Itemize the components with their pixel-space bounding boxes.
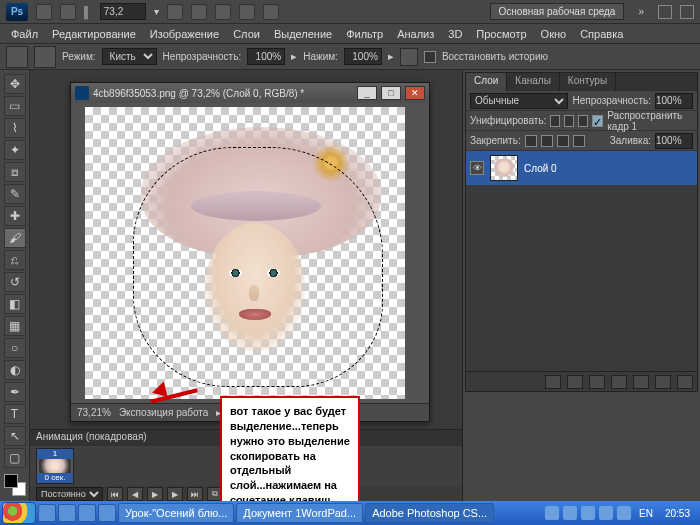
start-button[interactable] xyxy=(2,502,36,524)
heal-tool[interactable]: ✚ xyxy=(4,206,26,226)
visibility-icon[interactable]: 👁 xyxy=(470,161,484,175)
fill-input[interactable] xyxy=(655,133,693,149)
view-extras-icon[interactable] xyxy=(60,4,76,20)
marquee-tool[interactable]: ▭ xyxy=(4,96,26,116)
taskbar-item[interactable]: Урок-"Осений блю... xyxy=(118,503,234,523)
bridge-icon[interactable] xyxy=(36,4,52,20)
animation-frame[interactable]: 1 0 сек. xyxy=(36,448,74,484)
pen-tool[interactable]: ✒ xyxy=(4,382,26,402)
tab-paths[interactable]: Контуры xyxy=(560,73,616,91)
fx-icon[interactable] xyxy=(567,375,583,389)
mask-icon[interactable] xyxy=(589,375,605,389)
menu-analysis[interactable]: Анализ xyxy=(390,28,441,40)
gradient-tool[interactable]: ▦ xyxy=(4,316,26,336)
zoom-field[interactable] xyxy=(100,3,146,20)
canvas[interactable] xyxy=(85,107,405,399)
layer-row[interactable]: 👁 Слой 0 xyxy=(466,151,697,185)
layer-opacity-input[interactable] xyxy=(655,93,693,109)
lock-trans-icon[interactable] xyxy=(525,135,537,147)
doc-maximize-icon[interactable]: □ xyxy=(381,86,401,100)
trash-icon[interactable] xyxy=(677,375,693,389)
opacity-input[interactable] xyxy=(247,48,285,65)
hand-icon[interactable] xyxy=(167,4,183,20)
menu-help[interactable]: Справка xyxy=(573,28,630,40)
menu-select[interactable]: Выделение xyxy=(267,28,339,40)
color-swatches[interactable] xyxy=(4,474,26,496)
move-tool[interactable]: ✥ xyxy=(4,74,26,94)
tray-icon[interactable] xyxy=(617,506,631,520)
airbrush-icon[interactable] xyxy=(400,48,418,66)
clock[interactable]: 20:53 xyxy=(661,508,694,519)
tab-channels[interactable]: Каналы xyxy=(507,73,560,91)
layer-thumbnail[interactable] xyxy=(490,155,518,181)
tray-icon[interactable] xyxy=(563,506,577,520)
eraser-tool[interactable]: ◧ xyxy=(4,294,26,314)
history-brush-tool[interactable]: ↺ xyxy=(4,272,26,292)
tool-preset-icon[interactable] xyxy=(6,46,28,68)
blur-tool[interactable]: ○ xyxy=(4,338,26,358)
play-icon[interactable]: ▶ xyxy=(147,487,163,501)
workspace-switcher[interactable]: Основная рабочая среда xyxy=(490,3,625,20)
loop-select[interactable]: Постоянно xyxy=(36,487,103,501)
lasso-tool[interactable]: ⌇ xyxy=(4,118,26,138)
lock-all-icon[interactable] xyxy=(573,135,585,147)
screen-mode-icon[interactable] xyxy=(263,4,279,20)
taskbar-item[interactable]: Adobe Photoshop CS... xyxy=(365,503,494,523)
dodge-tool[interactable]: ◐ xyxy=(4,360,26,380)
stamp-tool[interactable]: ⎌ xyxy=(4,250,26,270)
crop-tool[interactable]: ⧈ xyxy=(4,162,26,182)
new-layer-icon[interactable] xyxy=(655,375,671,389)
arrange-icon[interactable] xyxy=(239,4,255,20)
zoom-icon[interactable] xyxy=(191,4,207,20)
wand-tool[interactable]: ✦ xyxy=(4,140,26,160)
quicklaunch-icon[interactable] xyxy=(98,504,116,522)
frame-delay[interactable]: 0 сек. xyxy=(37,473,73,483)
menu-image[interactable]: Изображение xyxy=(143,28,226,40)
layer-name[interactable]: Слой 0 xyxy=(524,163,557,174)
shape-tool[interactable]: ▢ xyxy=(4,448,26,468)
adjustment-icon[interactable] xyxy=(611,375,627,389)
link-icon[interactable] xyxy=(545,375,561,389)
tray-icon[interactable] xyxy=(545,506,559,520)
tab-layers[interactable]: Слои xyxy=(466,73,507,91)
brush-tool[interactable]: 🖌 xyxy=(4,228,26,248)
canvas-viewport[interactable] xyxy=(71,103,429,403)
quicklaunch-icon[interactable] xyxy=(38,504,56,522)
lock-pixels-icon[interactable] xyxy=(541,135,553,147)
group-icon[interactable] xyxy=(633,375,649,389)
minimize-icon[interactable] xyxy=(658,5,672,19)
lock-pos-icon[interactable] xyxy=(557,135,569,147)
menu-window[interactable]: Окно xyxy=(534,28,574,40)
menu-3d[interactable]: 3D xyxy=(441,28,469,40)
unify-vis-icon[interactable] xyxy=(564,115,574,127)
tray-icon[interactable] xyxy=(599,506,613,520)
menu-layer[interactable]: Слои xyxy=(226,28,267,40)
brush-preset-icon[interactable] xyxy=(34,46,56,68)
last-frame-icon[interactable]: ⏭ xyxy=(187,487,203,501)
propagate-checkbox[interactable]: ✓ xyxy=(592,115,603,127)
eyedropper-tool[interactable]: ✎ xyxy=(4,184,26,204)
quicklaunch-icon[interactable] xyxy=(78,504,96,522)
mode-select[interactable]: Кисть xyxy=(102,48,157,65)
language-indicator[interactable]: EN xyxy=(635,508,657,519)
unify-style-icon[interactable] xyxy=(578,115,588,127)
rotate-icon[interactable] xyxy=(215,4,231,20)
restore-checkbox[interactable] xyxy=(424,51,436,63)
doc-close-icon[interactable]: ✕ xyxy=(405,86,425,100)
path-tool[interactable]: ↖ xyxy=(4,426,26,446)
menu-filter[interactable]: Фильтр xyxy=(339,28,390,40)
blend-mode-select[interactable]: Обычные xyxy=(470,93,568,109)
menu-file[interactable]: Файл xyxy=(4,28,45,40)
menu-view[interactable]: Просмотр xyxy=(469,28,533,40)
quicklaunch-icon[interactable] xyxy=(58,504,76,522)
prev-frame-icon[interactable]: ◀ xyxy=(127,487,143,501)
type-tool[interactable]: T xyxy=(4,404,26,424)
document-titlebar[interactable]: 4cb896f35053.png @ 73,2% (Слой 0, RGB/8)… xyxy=(71,83,429,103)
tray-icon[interactable] xyxy=(581,506,595,520)
maximize-icon[interactable] xyxy=(680,5,694,19)
menu-edit[interactable]: Редактирование xyxy=(45,28,143,40)
doc-minimize-icon[interactable]: _ xyxy=(357,86,377,100)
unify-pos-icon[interactable] xyxy=(550,115,560,127)
flow-input[interactable] xyxy=(344,48,382,65)
expand-icon[interactable]: » xyxy=(632,6,650,17)
